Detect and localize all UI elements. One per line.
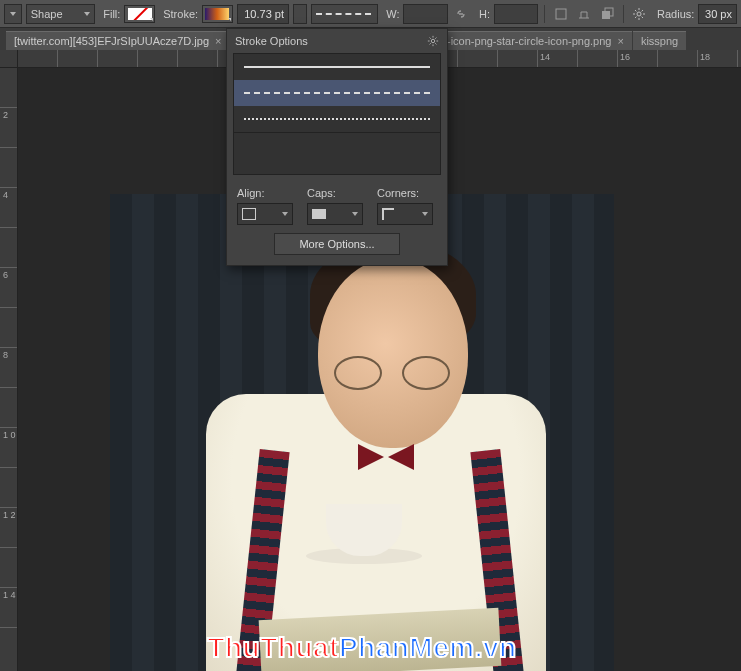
path-operations-icon[interactable] xyxy=(551,4,570,24)
stroke-align-dropdown[interactable] xyxy=(237,203,293,225)
caps-label: Caps: xyxy=(307,187,363,199)
ruler-vertical[interactable]: 24681 01 21 4 xyxy=(0,68,18,671)
gear-icon[interactable] xyxy=(630,4,649,24)
svg-point-4 xyxy=(431,39,434,42)
stroke-weight-stepper[interactable] xyxy=(293,4,307,24)
svg-rect-1 xyxy=(602,11,610,19)
stroke-caps-dropdown[interactable] xyxy=(307,203,363,225)
radius-field[interactable]: 30 px xyxy=(698,4,737,24)
fill-label: Fill: xyxy=(103,8,120,20)
path-alignment-icon[interactable] xyxy=(574,4,593,24)
tab-inactive[interactable]: kisspng xyxy=(633,31,686,50)
stroke-swatch[interactable] xyxy=(202,5,233,23)
stroke-label: Stroke: xyxy=(163,8,198,20)
stroke-style-dashed[interactable] xyxy=(234,80,440,106)
fill-swatch[interactable] xyxy=(124,5,155,23)
more-options-button[interactable]: More Options... xyxy=(274,233,400,255)
close-icon[interactable]: × xyxy=(617,35,623,47)
svg-point-3 xyxy=(637,12,641,16)
tab-label: kisspng xyxy=(641,35,678,47)
stroke-options-popover: Stroke Options Align: Caps: Corners: Mor… xyxy=(226,28,448,266)
tab-label: el-icon-png-star-circle-icon-png.png xyxy=(438,35,611,47)
close-icon[interactable]: × xyxy=(215,35,221,47)
stroke-weight-field[interactable]: 10.73 pt xyxy=(237,4,289,24)
stroke-style-dotted[interactable] xyxy=(234,106,440,132)
stroke-style-empty xyxy=(233,133,441,175)
align-label: Align: xyxy=(237,187,293,199)
tab-inactive[interactable]: el-icon-png-star-circle-icon-png.png × xyxy=(430,31,631,50)
link-dimensions-icon[interactable] xyxy=(452,4,471,24)
tab-label: [twitter.com][453]EFJrSIpUUAcze7D.jpg xyxy=(14,35,209,47)
separator xyxy=(623,5,624,23)
height-field[interactable] xyxy=(494,4,538,24)
path-arrangement-icon[interactable] xyxy=(598,4,617,24)
popover-title: Stroke Options xyxy=(235,35,308,47)
watermark: ThuThuatPhanMem.vn xyxy=(110,632,614,664)
corners-label: Corners: xyxy=(377,187,433,199)
height-label: H: xyxy=(479,8,490,20)
width-field[interactable] xyxy=(403,4,447,24)
svg-rect-0 xyxy=(556,9,566,19)
tool-preset-dropdown[interactable] xyxy=(4,4,22,24)
tool-mode-dropdown[interactable]: Shape xyxy=(26,4,96,24)
separator xyxy=(544,5,545,23)
ruler-origin[interactable] xyxy=(0,50,18,68)
stroke-style-solid[interactable] xyxy=(234,54,440,80)
stroke-corners-dropdown[interactable] xyxy=(377,203,433,225)
gear-icon[interactable] xyxy=(427,35,439,47)
shape-options-bar: Shape Fill: Stroke: 10.73 pt W: H: Radiu… xyxy=(0,0,741,28)
radius-label: Radius: xyxy=(657,8,694,20)
tool-mode-label: Shape xyxy=(31,8,63,20)
stroke-style-dropdown[interactable] xyxy=(311,4,379,24)
tab-active[interactable]: [twitter.com][453]EFJrSIpUUAcze7D.jpg × xyxy=(6,31,229,50)
stroke-style-list xyxy=(233,53,441,133)
width-label: W: xyxy=(386,8,399,20)
